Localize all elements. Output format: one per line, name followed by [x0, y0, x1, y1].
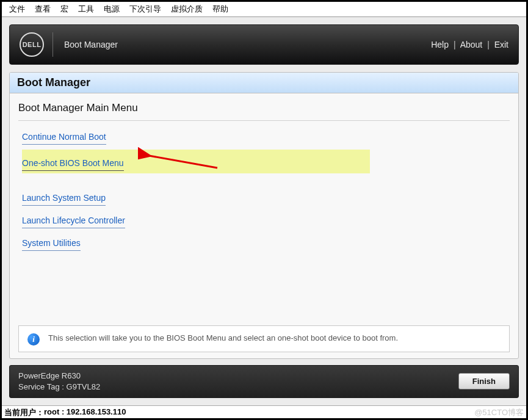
vm-console-window: 文件 查看 宏 工具 电源 下次引导 虚拟介质 帮助 DELL Boot Man…	[0, 0, 528, 420]
status-line: 当前用户： root : 192.168.153.110 @51CTO博客	[2, 405, 526, 418]
model-label: PowerEdge R630	[18, 371, 100, 382]
status-user-label: 当前用户：	[4, 407, 44, 418]
about-link[interactable]: About	[460, 40, 483, 49]
menu-power[interactable]: 电源	[99, 3, 125, 15]
client-area: DELL Boot Manager Help | About | Exit Bo…	[2, 17, 526, 405]
menu-next-boot[interactable]: 下次引导	[125, 3, 166, 15]
info-icon: i	[27, 333, 40, 346]
separator: |	[487, 40, 490, 49]
status-user-value: root : 192.168.153.110	[44, 407, 126, 418]
system-utilities[interactable]: System Utilities	[22, 233, 81, 251]
header-right-links: Help | About | Exit	[431, 40, 508, 49]
header-title: Boot Manager	[64, 40, 118, 49]
footer-bar: PowerEdge R630 Service Tag : G9TVL82 Fin…	[9, 365, 519, 398]
continue-normal-boot[interactable]: Continue Normal Boot	[22, 127, 106, 145]
menu-view[interactable]: 查看	[30, 3, 56, 15]
footer-left: PowerEdge R630 Service Tag : G9TVL82	[18, 371, 100, 393]
menu-macro[interactable]: 宏	[56, 3, 73, 15]
menu-virtual-media[interactable]: 虚拟介质	[166, 3, 208, 15]
one-shot-bios-boot-menu[interactable]: One-shot BIOS Boot Menu	[22, 153, 124, 171]
finish-button[interactable]: Finish	[458, 373, 510, 389]
boot-menu-group-2: Launch System Setup Launch Lifecycle Con…	[22, 188, 506, 256]
help-link[interactable]: Help	[431, 40, 449, 49]
main-panel: Boot Manager Boot Manager Main Menu Cont…	[9, 72, 519, 359]
header-separator	[52, 32, 53, 57]
service-tag-line: Service Tag : G9TVL82	[18, 382, 100, 393]
info-text: This selection will take you to the BIOS…	[48, 332, 398, 344]
info-box: i This selection will take you to the BI…	[18, 325, 510, 352]
separator: |	[454, 40, 456, 49]
panel-subtitle: Boot Manager Main Menu	[10, 93, 518, 117]
one-shot-bios-boot-menu-row: One-shot BIOS Boot Menu	[22, 150, 370, 173]
menubar: 文件 查看 宏 工具 电源 下次引导 虚拟介质 帮助	[2, 2, 526, 17]
exit-link[interactable]: Exit	[494, 40, 508, 49]
panel-title: Boot Manager	[10, 73, 518, 93]
svg-line-0	[149, 156, 217, 168]
launch-lifecycle-controller[interactable]: Launch Lifecycle Controller	[22, 211, 125, 228]
menu-help[interactable]: 帮助	[208, 3, 233, 15]
watermark: @51CTO博客	[474, 407, 524, 418]
dell-header: DELL Boot Manager Help | About | Exit	[9, 24, 519, 65]
service-tag-value: G9TVL82	[67, 382, 101, 391]
menu-tools[interactable]: 工具	[73, 3, 99, 15]
spacer	[10, 277, 518, 325]
dell-logo-icon: DELL	[20, 32, 44, 57]
menu-file[interactable]: 文件	[4, 3, 30, 15]
boot-menu: Continue Normal Boot One-shot BIOS Boot …	[10, 127, 518, 277]
service-tag-label: Service Tag :	[18, 382, 64, 391]
annotation-arrow-icon	[138, 147, 223, 172]
boot-menu-group-1: Continue Normal Boot One-shot BIOS Boot …	[22, 127, 506, 173]
divider	[18, 120, 510, 121]
launch-system-setup[interactable]: Launch System Setup	[22, 188, 106, 206]
